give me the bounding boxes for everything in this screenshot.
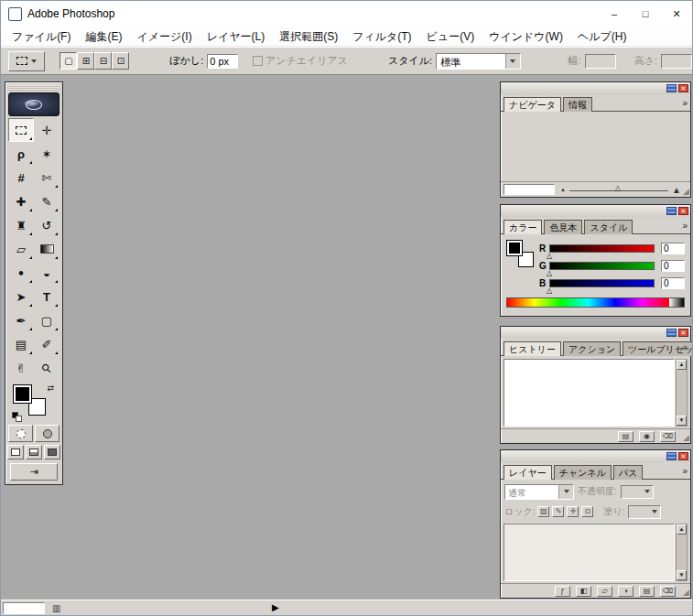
tab-swatches[interactable]: 色見本 <box>544 220 582 234</box>
layers-titlebar[interactable]: ✕ <box>501 450 690 462</box>
foreground-swatch[interactable] <box>507 241 522 255</box>
standard-mode-button[interactable] <box>8 425 33 442</box>
menu-select[interactable]: 選択範囲(S) <box>272 27 345 47</box>
delete-state-button[interactable]: ⌫ <box>660 431 676 442</box>
foreground-color-swatch[interactable] <box>14 385 31 403</box>
tab-color[interactable]: カラー <box>504 220 542 234</box>
blue-slider[interactable]: △ <box>549 279 655 287</box>
fullscreen-button[interactable] <box>44 445 60 459</box>
notes-tool[interactable]: ▤ <box>8 332 34 356</box>
color-close-button[interactable]: ✕ <box>678 207 688 215</box>
tab-channels[interactable]: チャンネル <box>554 465 612 480</box>
menu-file[interactable]: ファイル(F) <box>5 27 78 47</box>
rectangular-marquee-tool[interactable] <box>8 118 34 142</box>
tab-history[interactable]: ヒストリー <box>504 341 561 356</box>
history-resize-grip[interactable]: ◢ <box>683 434 689 442</box>
add-layer-mask-button[interactable]: ◧ <box>576 586 591 597</box>
tab-paths[interactable]: パス <box>613 465 643 480</box>
add-layer-style-button[interactable]: ƒ <box>555 586 570 597</box>
eyedropper-tool[interactable]: ✐ <box>34 332 60 356</box>
lock-transparency-button[interactable]: ▨ <box>537 506 549 517</box>
zoom-in-icon[interactable]: ▲ <box>672 185 681 195</box>
layers-scrollbar[interactable]: ▲ ▼ <box>676 524 688 581</box>
eraser-tool[interactable]: ▱ <box>8 237 34 261</box>
toolbox-drag-handle[interactable] <box>8 85 60 91</box>
tool-preset-picker[interactable] <box>8 51 45 71</box>
quick-mask-mode-button[interactable] <box>35 425 60 442</box>
history-scroll-up-button[interactable]: ▲ <box>677 360 687 370</box>
layers-scroll-down-button[interactable]: ▼ <box>677 570 687 580</box>
close-button[interactable]: ✕ <box>661 1 692 27</box>
delete-layer-button[interactable]: ⌫ <box>660 586 676 597</box>
hand-tool[interactable]: ✌ <box>8 356 34 380</box>
blue-value-input[interactable] <box>661 277 685 289</box>
lasso-tool[interactable]: ρ <box>8 142 34 166</box>
type-tool[interactable]: T <box>34 285 60 308</box>
crop-tool[interactable]: # <box>8 166 34 189</box>
style-select[interactable]: 標準 <box>436 53 520 70</box>
maximize-button[interactable]: □ <box>630 1 661 27</box>
navigator-minimize-button[interactable] <box>666 84 677 92</box>
healing-brush-tool[interactable]: ✚ <box>8 189 34 213</box>
status-zoom-input[interactable] <box>3 602 45 614</box>
lock-image-button[interactable]: ✎ <box>552 506 564 517</box>
standard-screen-mode-button[interactable] <box>7 445 24 459</box>
history-scrollbar[interactable]: ▲ ▼ <box>676 359 688 427</box>
tab-layers[interactable]: レイヤー <box>504 465 552 480</box>
default-colors-icon[interactable] <box>12 412 24 422</box>
new-selection-button[interactable]: ▢ <box>60 52 77 70</box>
layers-scroll-up-button[interactable]: ▲ <box>677 524 687 535</box>
new-layer-set-button[interactable]: ▱ <box>597 586 612 597</box>
lock-position-button[interactable]: ✛ <box>567 506 579 517</box>
lock-all-button[interactable]: Ω <box>581 506 593 517</box>
history-brush-tool[interactable]: ↺ <box>34 213 60 237</box>
brush-tool[interactable]: ✎ <box>34 189 60 213</box>
navigator-resize-grip[interactable]: ◢ <box>683 188 689 196</box>
feather-input[interactable] <box>207 54 238 69</box>
navigator-zoom-input[interactable] <box>504 184 555 195</box>
red-slider[interactable]: △ <box>549 244 655 253</box>
adobe-online-button[interactable] <box>8 92 60 116</box>
blue-slider-thumb[interactable]: △ <box>547 286 552 295</box>
navigator-menu-button[interactable]: » <box>682 98 688 108</box>
menu-edit[interactable]: 編集(E) <box>78 27 129 47</box>
navigator-titlebar[interactable]: ✕ <box>501 82 690 94</box>
menu-view[interactable]: ビュー(V) <box>419 27 482 47</box>
zoom-out-icon[interactable]: ▲ <box>560 187 566 192</box>
zoom-slider-thumb[interactable]: △ <box>615 184 621 192</box>
menu-window[interactable]: ウインドウ(W) <box>482 27 570 47</box>
tab-styles[interactable]: スタイル <box>584 220 633 234</box>
menu-layer[interactable]: レイヤー(L) <box>200 27 273 47</box>
green-slider[interactable]: △ <box>549 262 655 270</box>
style-dropdown-button[interactable] <box>505 54 520 69</box>
magic-wand-tool[interactable]: ✶ <box>34 142 60 166</box>
subtract-from-selection-button[interactable]: ⊟ <box>94 52 112 70</box>
menu-help[interactable]: ヘルプ(H) <box>570 27 634 47</box>
layers-close-button[interactable]: ✕ <box>678 452 688 460</box>
color-menu-button[interactable]: » <box>682 221 688 231</box>
gradient-tool[interactable] <box>34 237 60 261</box>
move-tool[interactable]: ✛ <box>34 118 60 142</box>
fullscreen-with-menubar-button[interactable] <box>26 445 42 459</box>
menu-filter[interactable]: フィルタ(T) <box>345 27 418 47</box>
red-slider-thumb[interactable]: △ <box>547 252 552 260</box>
blur-tool[interactable]: ⚫ <box>8 261 34 285</box>
jump-to-imageready-button[interactable]: ⇥ <box>10 463 58 481</box>
menu-image[interactable]: イメージ(I) <box>129 27 199 47</box>
grayscale-ramp[interactable] <box>669 298 684 307</box>
new-document-from-state-button[interactable]: ▤ <box>618 431 633 442</box>
layers-menu-button[interactable]: » <box>682 466 688 476</box>
app-icon[interactable] <box>8 7 22 21</box>
history-menu-button[interactable]: » <box>682 342 688 352</box>
tab-info[interactable]: 情報 <box>563 97 592 112</box>
path-selection-tool[interactable]: ➤ <box>8 285 34 308</box>
pen-tool[interactable]: ✒ <box>8 308 34 332</box>
zoom-tool[interactable]: ⚲ <box>34 356 60 380</box>
new-layer-button[interactable]: ▤ <box>639 586 655 597</box>
spectrum-ramp[interactable] <box>507 298 669 307</box>
color-minimize-button[interactable] <box>666 207 677 215</box>
color-titlebar[interactable]: ✕ <box>501 205 690 217</box>
red-value-input[interactable] <box>661 243 685 254</box>
history-minimize-button[interactable] <box>666 329 677 337</box>
slice-tool[interactable]: ✄ <box>34 166 60 189</box>
